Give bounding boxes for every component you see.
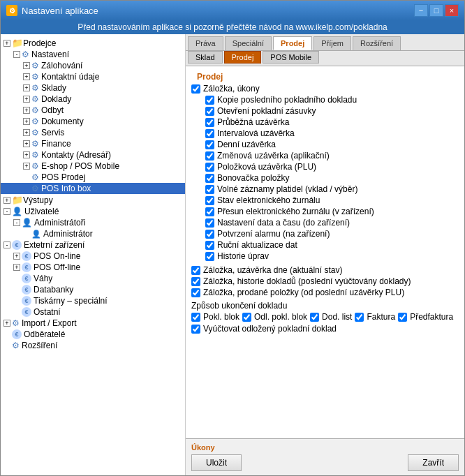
sidebar-item-2[interactable]: +⚙Zálohování	[1, 60, 185, 71]
tab-pos-mobile[interactable]: POS Mobile	[263, 51, 319, 64]
sidebar-item-label-16: Administrátoři	[34, 218, 85, 228]
save-button[interactable]: Uložit	[191, 454, 242, 471]
tab-sklad[interactable]: Sklad	[188, 51, 223, 64]
checkbox-zalozka-historie[interactable]	[191, 277, 200, 286]
sidebar-item-26[interactable]: €Odběratelé	[1, 329, 185, 340]
expand-btn-9[interactable]: +	[23, 140, 30, 147]
expand-btn-4[interactable]: +	[23, 84, 30, 91]
expand-btn-1[interactable]: -	[13, 51, 20, 58]
checkbox-dod-list[interactable]	[310, 313, 319, 322]
expand-btn-19[interactable]: +	[13, 253, 20, 260]
close-button[interactable]: ×	[445, 4, 459, 17]
sidebar-item-13[interactable]: ⚙POS Info box	[1, 183, 185, 194]
expand-btn-6[interactable]: +	[23, 107, 30, 114]
user-icon: 👤	[22, 218, 32, 228]
expand-btn-5[interactable]: +	[23, 96, 30, 103]
euro-icon: €	[22, 251, 31, 261]
sidebar-item-label-27: Rozšíření	[22, 341, 57, 350]
tab-prodej-sub[interactable]: Prodej	[224, 51, 262, 64]
sidebar-item-label-14: Výstupy	[23, 195, 53, 205]
expand-btn-14[interactable]: +	[3, 197, 10, 204]
gear-icon: ⚙	[31, 117, 39, 126]
label-pokl-blok: Pokl. blok	[203, 312, 239, 322]
tab-rozsireni[interactable]: Rozšíření	[353, 36, 401, 50]
sidebar-item-4[interactable]: +⚙Sklady	[1, 82, 185, 94]
sidebar-item-14[interactable]: +📁Výstupy	[1, 194, 185, 206]
checkbox-vyuctovat[interactable]	[191, 325, 200, 334]
expand-btn-8[interactable]: +	[23, 129, 30, 136]
footer: Úkony Uložit Zavřít	[186, 438, 464, 475]
tab-specialni[interactable]: Speciální	[225, 36, 272, 50]
sidebar-item-17[interactable]: 👤Administrátor	[1, 228, 185, 239]
checkbox-zalozka-uzaverka[interactable]	[191, 266, 200, 275]
expand-btn-25[interactable]: +	[3, 320, 10, 327]
checkbox-item-12[interactable]	[205, 230, 214, 239]
sidebar-item-16[interactable]: -👤Administrátoři	[1, 217, 185, 228]
checkbox-item-1[interactable]	[205, 107, 214, 116]
sidebar-item-7[interactable]: +⚙Dokumenty	[1, 116, 185, 127]
sidebar-item-10[interactable]: +⚙Kontakty (Adresář)	[1, 149, 185, 161]
sidebar-item-8[interactable]: +⚙Servis	[1, 127, 185, 138]
tab-prodej[interactable]: Prodej	[273, 36, 312, 50]
checkbox-odl-pokl-blok[interactable]	[242, 313, 251, 322]
label-odl-pokl-blok: Odl. pokl. blok	[254, 312, 307, 322]
sidebar-item-18[interactable]: -€Extetrní zařízení	[1, 239, 185, 251]
expand-btn-2[interactable]: +	[23, 62, 30, 69]
expand-btn-0[interactable]: +	[3, 40, 10, 47]
sidebar-item-11[interactable]: +⚙E-shop / POS Mobile	[1, 161, 185, 172]
checkbox-item-9[interactable]	[205, 196, 214, 205]
tab-prava[interactable]: Práva	[188, 36, 223, 50]
expand-btn-10[interactable]: +	[23, 151, 30, 158]
checkbox-item-8[interactable]	[205, 185, 214, 194]
minimize-button[interactable]: −	[414, 4, 428, 17]
checkbox-zalozka-prodane[interactable]	[191, 288, 200, 297]
sidebar-item-9[interactable]: +⚙Finance	[1, 138, 185, 149]
sidebar-item-0[interactable]: +📁Prodejce	[1, 37, 185, 49]
expand-btn-15[interactable]: -	[3, 208, 10, 215]
checkbox-predfaktura[interactable]	[398, 313, 407, 322]
content-area: +📁Prodejce-⚙Nastavení+⚙Zálohování+⚙Konta…	[1, 34, 464, 475]
checkbox-zalozka-ukony[interactable]	[191, 84, 200, 94]
sidebar-item-27[interactable]: ⚙Rozšíření	[1, 340, 185, 351]
checkbox-item-6[interactable]	[205, 163, 214, 172]
sidebar-item-15[interactable]: -👤Uživatelé	[1, 206, 185, 217]
checkbox-item-14[interactable]	[205, 252, 214, 261]
check-label-0: Kopie posledního pokladního dokladu	[217, 95, 357, 105]
check-label-3: Intervalová uzávěrka	[217, 128, 295, 138]
expand-btn-18[interactable]: -	[3, 241, 10, 248]
checkbox-item-5[interactable]	[205, 151, 214, 161]
checkbox-pokl-blok[interactable]	[191, 313, 200, 322]
tab-prijem[interactable]: Příjem	[313, 36, 351, 50]
sidebar-item-20[interactable]: +€POS Off-line	[1, 262, 185, 273]
sidebar-item-25[interactable]: +⚙Import / Export	[1, 318, 185, 329]
info-text: Před nastavováním aplikace si pozorně př…	[78, 22, 388, 32]
expand-btn-16[interactable]: -	[13, 219, 20, 226]
sidebar-item-23[interactable]: €Tiskárny – speciální	[1, 295, 185, 306]
sidebar-item-5[interactable]: +⚙Doklady	[1, 94, 185, 105]
checkbox-item-0[interactable]	[205, 96, 214, 105]
close-button-footer[interactable]: Zavřít	[408, 454, 459, 471]
sidebar-item-22[interactable]: €Databanky	[1, 284, 185, 295]
sidebar-item-3[interactable]: +⚙Kontaktní údaje	[1, 71, 185, 82]
expand-btn-20[interactable]: +	[13, 264, 20, 271]
expand-btn-3[interactable]: +	[23, 73, 30, 80]
checkbox-item-3[interactable]	[205, 129, 214, 138]
sidebar-item-label-22: Databanky	[34, 285, 73, 295]
sidebar-item-12[interactable]: ⚙POS Prodej	[1, 172, 185, 183]
expand-btn-11[interactable]: +	[23, 163, 30, 170]
maximize-button[interactable]: □	[429, 4, 443, 17]
checkbox-item-13[interactable]	[205, 241, 214, 250]
sidebar-item-1[interactable]: -⚙Nastavení	[1, 49, 185, 60]
checkbox-item-10[interactable]	[205, 207, 214, 216]
sidebar-item-21[interactable]: €Váhy	[1, 273, 185, 284]
checkbox-item-2[interactable]	[205, 118, 214, 127]
checkbox-item-11[interactable]	[205, 218, 214, 228]
checkbox-faktura[interactable]	[355, 313, 364, 322]
checkbox-item-4[interactable]	[205, 140, 214, 149]
sidebar-item-6[interactable]: +⚙Odbyt	[1, 105, 185, 116]
sidebar-item-19[interactable]: +€POS On-line	[1, 251, 185, 262]
expand-btn-7[interactable]: +	[23, 118, 30, 125]
sidebar-item-24[interactable]: €Ostatní	[1, 306, 185, 318]
sidebar-item-label-6: Odbyt	[41, 105, 64, 115]
checkbox-item-7[interactable]	[205, 174, 214, 183]
